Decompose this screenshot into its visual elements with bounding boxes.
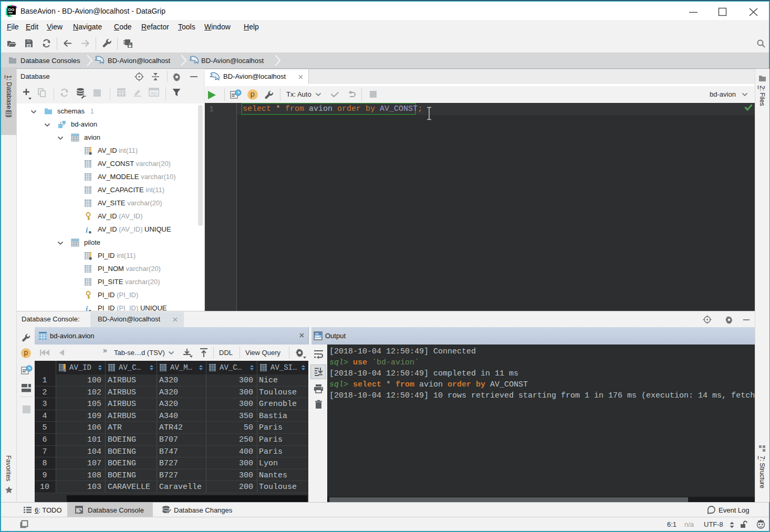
svg-text:i: i	[86, 305, 88, 311]
svg-text:DG: DG	[8, 7, 15, 12]
svg-text:i: i	[86, 226, 88, 234]
svg-text:SQL: SQL	[151, 91, 158, 96]
